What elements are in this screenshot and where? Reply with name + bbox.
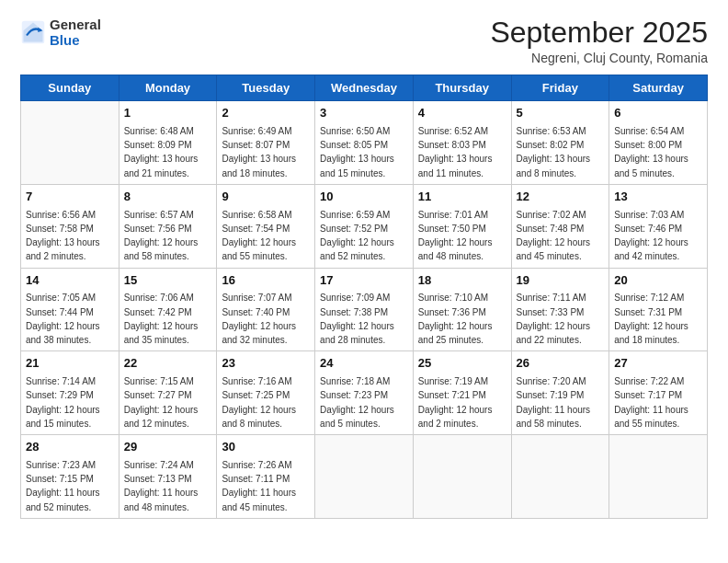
header: General Blue September 2025 Negreni, Clu… bbox=[20, 17, 708, 65]
cell-text: Sunrise: 7:01 AM Sunset: 7:50 PM Dayligh… bbox=[418, 210, 493, 262]
cell-text: Sunrise: 6:48 AM Sunset: 8:09 PM Dayligh… bbox=[124, 126, 199, 178]
day-number: 19 bbox=[517, 272, 605, 290]
calendar-cell: 18Sunrise: 7:10 AM Sunset: 7:36 PM Dayli… bbox=[413, 268, 511, 351]
cell-text: Sunrise: 6:50 AM Sunset: 8:05 PM Dayligh… bbox=[320, 126, 394, 178]
calendar-cell: 4Sunrise: 6:52 AM Sunset: 8:03 PM Daylig… bbox=[413, 101, 511, 185]
day-number: 24 bbox=[320, 355, 408, 373]
calendar-cell: 8Sunrise: 6:57 AM Sunset: 7:56 PM Daylig… bbox=[119, 184, 217, 268]
calendar-cell: 20Sunrise: 7:12 AM Sunset: 7:31 PM Dayli… bbox=[609, 268, 708, 351]
cell-text: Sunrise: 7:16 AM Sunset: 7:25 PM Dayligh… bbox=[222, 376, 296, 429]
calendar-week-row: 21Sunrise: 7:14 AM Sunset: 7:29 PM Dayli… bbox=[21, 351, 708, 435]
cell-text: Sunrise: 6:59 AM Sunset: 7:52 PM Dayligh… bbox=[320, 210, 394, 262]
cell-text: Sunrise: 7:10 AM Sunset: 7:36 PM Dayligh… bbox=[418, 293, 493, 345]
calendar-cell: 25Sunrise: 7:19 AM Sunset: 7:21 PM Dayli… bbox=[413, 351, 511, 435]
cell-text: Sunrise: 6:52 AM Sunset: 8:03 PM Dayligh… bbox=[418, 126, 493, 178]
cell-text: Sunrise: 7:12 AM Sunset: 7:31 PM Dayligh… bbox=[614, 293, 688, 345]
day-number: 25 bbox=[418, 355, 506, 373]
calendar-cell bbox=[413, 435, 511, 519]
weekday-header: Thursday bbox=[413, 75, 511, 101]
cell-text: Sunrise: 7:05 AM Sunset: 7:44 PM Dayligh… bbox=[26, 293, 100, 345]
calendar-table: SundayMondayTuesdayWednesdayThursdayFrid… bbox=[20, 75, 708, 519]
calendar-cell: 5Sunrise: 6:53 AM Sunset: 8:02 PM Daylig… bbox=[511, 101, 609, 185]
logo: General Blue bbox=[20, 17, 101, 49]
day-number: 2 bbox=[222, 105, 310, 122]
cell-text: Sunrise: 7:07 AM Sunset: 7:40 PM Dayligh… bbox=[222, 293, 296, 345]
day-number: 1 bbox=[124, 105, 212, 122]
calendar-cell: 26Sunrise: 7:20 AM Sunset: 7:19 PM Dayli… bbox=[511, 351, 609, 435]
weekday-header: Monday bbox=[119, 75, 217, 101]
day-number: 22 bbox=[124, 355, 212, 373]
location: Negreni, Cluj County, Romania bbox=[490, 51, 708, 65]
calendar-cell: 15Sunrise: 7:06 AM Sunset: 7:42 PM Dayli… bbox=[119, 268, 217, 351]
day-number: 26 bbox=[517, 355, 605, 373]
day-number: 21 bbox=[26, 355, 114, 373]
calendar-cell: 27Sunrise: 7:22 AM Sunset: 7:17 PM Dayli… bbox=[609, 351, 708, 435]
day-number: 4 bbox=[418, 105, 506, 122]
cell-text: Sunrise: 6:57 AM Sunset: 7:56 PM Dayligh… bbox=[124, 210, 199, 262]
cell-text: Sunrise: 7:22 AM Sunset: 7:17 PM Dayligh… bbox=[614, 376, 688, 429]
calendar-cell: 11Sunrise: 7:01 AM Sunset: 7:50 PM Dayli… bbox=[413, 184, 511, 268]
title-block: September 2025 Negreni, Cluj County, Rom… bbox=[490, 17, 708, 65]
day-number: 3 bbox=[320, 105, 408, 122]
calendar-week-row: 7Sunrise: 6:56 AM Sunset: 7:58 PM Daylig… bbox=[21, 184, 708, 268]
day-number: 27 bbox=[614, 355, 702, 373]
calendar-cell: 10Sunrise: 6:59 AM Sunset: 7:52 PM Dayli… bbox=[315, 184, 414, 268]
cell-text: Sunrise: 7:19 AM Sunset: 7:21 PM Dayligh… bbox=[418, 376, 493, 429]
day-number: 14 bbox=[26, 272, 114, 290]
day-number: 12 bbox=[517, 189, 605, 206]
cell-text: Sunrise: 7:15 AM Sunset: 7:27 PM Dayligh… bbox=[124, 376, 199, 429]
day-number: 20 bbox=[614, 272, 702, 290]
cell-text: Sunrise: 7:14 AM Sunset: 7:29 PM Dayligh… bbox=[26, 376, 100, 429]
day-number: 10 bbox=[320, 189, 408, 206]
calendar-header: SundayMondayTuesdayWednesdayThursdayFrid… bbox=[21, 75, 708, 101]
day-number: 13 bbox=[614, 189, 702, 206]
calendar-cell: 19Sunrise: 7:11 AM Sunset: 7:33 PM Dayli… bbox=[511, 268, 609, 351]
day-number: 8 bbox=[124, 189, 212, 206]
day-number: 29 bbox=[124, 439, 212, 456]
calendar-cell: 13Sunrise: 7:03 AM Sunset: 7:46 PM Dayli… bbox=[609, 184, 708, 268]
logo-text: General Blue bbox=[50, 17, 101, 49]
day-number: 11 bbox=[418, 189, 506, 206]
day-number: 23 bbox=[222, 355, 310, 373]
cell-text: Sunrise: 7:26 AM Sunset: 7:11 PM Dayligh… bbox=[222, 460, 296, 512]
day-number: 5 bbox=[517, 105, 605, 122]
calendar-cell: 24Sunrise: 7:18 AM Sunset: 7:23 PM Dayli… bbox=[315, 351, 414, 435]
calendar-cell: 28Sunrise: 7:23 AM Sunset: 7:15 PM Dayli… bbox=[21, 435, 119, 519]
cell-text: Sunrise: 6:56 AM Sunset: 7:58 PM Dayligh… bbox=[26, 210, 100, 262]
calendar-week-row: 1Sunrise: 6:48 AM Sunset: 8:09 PM Daylig… bbox=[21, 101, 708, 185]
cell-text: Sunrise: 6:53 AM Sunset: 8:02 PM Dayligh… bbox=[517, 126, 591, 178]
logo-icon bbox=[20, 19, 46, 45]
cell-text: Sunrise: 7:02 AM Sunset: 7:48 PM Dayligh… bbox=[517, 210, 591, 262]
cell-text: Sunrise: 7:09 AM Sunset: 7:38 PM Dayligh… bbox=[320, 293, 394, 345]
weekday-row: SundayMondayTuesdayWednesdayThursdayFrid… bbox=[21, 75, 708, 101]
calendar-cell bbox=[511, 435, 609, 519]
calendar-cell bbox=[315, 435, 414, 519]
day-number: 28 bbox=[26, 439, 114, 456]
cell-text: Sunrise: 6:49 AM Sunset: 8:07 PM Dayligh… bbox=[222, 126, 296, 178]
calendar-cell: 16Sunrise: 7:07 AM Sunset: 7:40 PM Dayli… bbox=[217, 268, 315, 351]
day-number: 15 bbox=[124, 272, 212, 290]
calendar-cell: 23Sunrise: 7:16 AM Sunset: 7:25 PM Dayli… bbox=[217, 351, 315, 435]
calendar-body: 1Sunrise: 6:48 AM Sunset: 8:09 PM Daylig… bbox=[21, 101, 708, 519]
month-title: September 2025 bbox=[490, 17, 708, 49]
calendar-cell: 30Sunrise: 7:26 AM Sunset: 7:11 PM Dayli… bbox=[217, 435, 315, 519]
calendar-cell: 7Sunrise: 6:56 AM Sunset: 7:58 PM Daylig… bbox=[21, 184, 119, 268]
day-number: 17 bbox=[320, 272, 408, 290]
day-number: 6 bbox=[614, 105, 702, 122]
cell-text: Sunrise: 7:23 AM Sunset: 7:15 PM Dayligh… bbox=[26, 460, 100, 512]
cell-text: Sunrise: 7:24 AM Sunset: 7:13 PM Dayligh… bbox=[124, 460, 199, 512]
calendar-cell: 29Sunrise: 7:24 AM Sunset: 7:13 PM Dayli… bbox=[119, 435, 217, 519]
weekday-header: Saturday bbox=[609, 75, 708, 101]
calendar-cell bbox=[609, 435, 708, 519]
weekday-header: Wednesday bbox=[315, 75, 414, 101]
day-number: 16 bbox=[222, 272, 310, 290]
cell-text: Sunrise: 7:06 AM Sunset: 7:42 PM Dayligh… bbox=[124, 293, 199, 345]
calendar-cell: 6Sunrise: 6:54 AM Sunset: 8:00 PM Daylig… bbox=[609, 101, 708, 185]
cell-text: Sunrise: 6:54 AM Sunset: 8:00 PM Dayligh… bbox=[614, 126, 688, 178]
calendar-cell: 12Sunrise: 7:02 AM Sunset: 7:48 PM Dayli… bbox=[511, 184, 609, 268]
calendar-cell: 3Sunrise: 6:50 AM Sunset: 8:05 PM Daylig… bbox=[315, 101, 414, 185]
calendar-cell: 9Sunrise: 6:58 AM Sunset: 7:54 PM Daylig… bbox=[217, 184, 315, 268]
calendar-cell: 17Sunrise: 7:09 AM Sunset: 7:38 PM Dayli… bbox=[315, 268, 414, 351]
cell-text: Sunrise: 7:03 AM Sunset: 7:46 PM Dayligh… bbox=[614, 210, 688, 262]
weekday-header: Friday bbox=[511, 75, 609, 101]
